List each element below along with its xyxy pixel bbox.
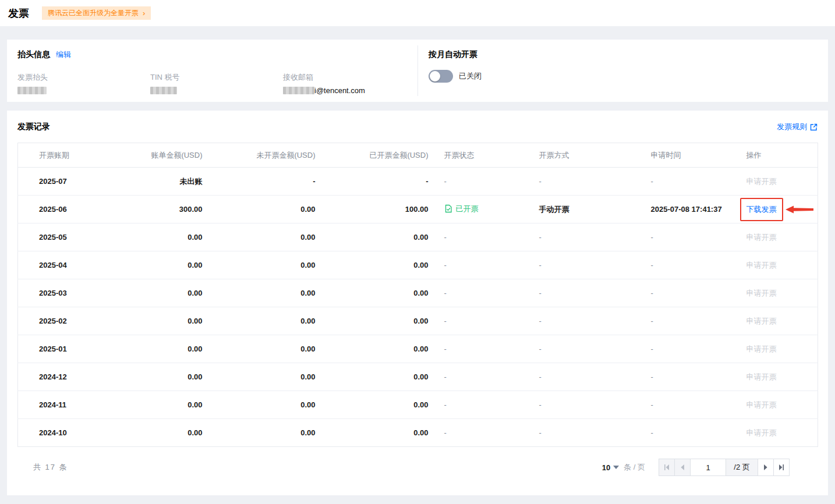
invoiced-amount-cell: 0.00 bbox=[316, 307, 429, 335]
table-row: 2025-040.000.000.00---申请开票 bbox=[18, 251, 818, 279]
invoiced-amount-cell: 0.00 bbox=[316, 335, 429, 363]
request-invoice-action-disabled: 申请开票 bbox=[746, 233, 777, 242]
request-invoice-action-disabled: 申请开票 bbox=[746, 345, 777, 353]
bill-amount-cell: 300.00 bbox=[111, 196, 203, 223]
table-row: 2025-010.000.000.00---申请开票 bbox=[18, 335, 818, 363]
action-cell: 申请开票 bbox=[731, 279, 818, 307]
period-cell: 2025-06 bbox=[18, 196, 111, 223]
current-page-input[interactable]: 1 bbox=[690, 459, 726, 476]
header-info-title: 抬头信息 bbox=[17, 49, 50, 60]
first-page-button bbox=[659, 459, 675, 476]
table-row: 2024-100.000.000.00---申请开票 bbox=[18, 419, 818, 447]
invoice-rules-link[interactable]: 发票规则 bbox=[777, 122, 818, 132]
action-cell: 申请开票 bbox=[731, 307, 818, 335]
auto-invoice-toggle[interactable] bbox=[429, 70, 453, 83]
request-invoice-action-disabled: 申请开票 bbox=[746, 289, 777, 297]
chevron-down-icon bbox=[613, 466, 619, 469]
prev-page-icon bbox=[680, 464, 685, 470]
method-cell: - bbox=[523, 363, 635, 391]
header-info-section: 抬头信息 编辑 发票抬头 TIN 税号 bbox=[7, 40, 418, 102]
method-cell: - bbox=[523, 391, 635, 419]
method-cell: - bbox=[523, 279, 635, 307]
email-field: 接收邮箱 i@tencent.com bbox=[283, 72, 416, 95]
apply-time-cell: - bbox=[635, 279, 731, 307]
invoiced-amount-cell: 0.00 bbox=[316, 363, 429, 391]
edit-link[interactable]: 编辑 bbox=[56, 49, 71, 60]
period-cell: 2025-02 bbox=[18, 307, 111, 335]
action-cell: 申请开票 bbox=[731, 363, 818, 391]
redacted-value bbox=[17, 87, 47, 94]
next-page-button[interactable] bbox=[758, 459, 774, 476]
action-cell: 申请开票 bbox=[731, 251, 818, 279]
apply-time-cell: - bbox=[635, 363, 731, 391]
request-invoice-action-disabled: 申请开票 bbox=[746, 372, 777, 381]
chevron-right-icon: › bbox=[143, 9, 145, 17]
download-invoice-link[interactable]: 下载发票 bbox=[746, 205, 777, 214]
request-invoice-action-disabled: 申请开票 bbox=[746, 428, 777, 437]
table-row: 2025-06300.000.00100.00已开票手动开票2025-07-08… bbox=[18, 196, 818, 223]
invoiced-amount-cell: 100.00 bbox=[316, 196, 429, 223]
page-header: 发票 腾讯云已全面升级为全量开票 › bbox=[0, 0, 835, 26]
request-invoice-action-disabled: 申请开票 bbox=[746, 177, 777, 186]
invoice-records-title: 发票记录 bbox=[17, 122, 50, 132]
status-cell: - bbox=[429, 391, 523, 419]
action-cell: 下载发票 bbox=[731, 196, 818, 223]
method-cell: - bbox=[523, 251, 635, 279]
column-header: 已开票金额(USD) bbox=[316, 143, 429, 168]
uninvoiced-amount-cell: 0.00 bbox=[203, 307, 316, 335]
column-header: 账单金额(USD) bbox=[111, 143, 203, 168]
request-invoice-action-disabled: 申请开票 bbox=[746, 317, 777, 325]
page-size-select[interactable]: 10 bbox=[602, 463, 619, 472]
apply-time-cell: - bbox=[635, 419, 731, 447]
status-cell: - bbox=[429, 279, 523, 307]
table-row: 2025-030.000.000.00---申请开票 bbox=[18, 279, 818, 307]
upgrade-banner-text: 腾讯云已全面升级为全量开票 bbox=[48, 8, 139, 18]
email-visible-suffix: i@tencent.com bbox=[314, 86, 365, 95]
status-cell: - bbox=[429, 307, 523, 335]
upgrade-banner[interactable]: 腾讯云已全面升级为全量开票 › bbox=[42, 6, 151, 20]
toggle-state-label: 已关闭 bbox=[459, 71, 482, 81]
action-cell: 申请开票 bbox=[731, 391, 818, 419]
action-cell: 申请开票 bbox=[731, 419, 818, 447]
field-label: TIN 税号 bbox=[150, 72, 283, 83]
table-row: 2024-110.000.000.00---申请开票 bbox=[18, 391, 818, 419]
invoice-table-body: 2025-07未出账-----申请开票2025-06300.000.00100.… bbox=[18, 168, 818, 447]
column-header: 开票方式 bbox=[523, 143, 635, 168]
uninvoiced-amount-cell: 0.00 bbox=[203, 391, 316, 419]
method-cell: - bbox=[523, 307, 635, 335]
bill-amount-cell: 0.00 bbox=[111, 391, 203, 419]
prev-page-button bbox=[674, 459, 691, 476]
bill-amount-cell: 0.00 bbox=[111, 251, 203, 279]
external-link-icon bbox=[810, 123, 818, 131]
column-header: 开票状态 bbox=[429, 143, 523, 168]
method-cell: - bbox=[523, 223, 635, 251]
status-issued-badge: 已开票 bbox=[444, 204, 479, 214]
toggle-knob bbox=[430, 71, 440, 81]
period-cell: 2025-07 bbox=[18, 168, 111, 196]
apply-time-cell: - bbox=[635, 223, 731, 251]
method-cell: - bbox=[523, 168, 635, 196]
status-cell: - bbox=[429, 419, 523, 447]
invoiced-amount-cell: - bbox=[316, 168, 429, 196]
last-page-button[interactable] bbox=[773, 459, 790, 476]
invoice-table: 开票账期账单金额(USD)未开票金额(USD)已开票金额(USD)开票状态开票方… bbox=[17, 143, 818, 447]
bill-amount-cell: 0.00 bbox=[111, 279, 203, 307]
page-content: 抬头信息 编辑 发票抬头 TIN 税号 bbox=[0, 26, 835, 495]
bill-amount-cell: 未出账 bbox=[111, 168, 203, 196]
apply-time-cell: - bbox=[635, 168, 731, 196]
status-cell: - bbox=[429, 168, 523, 196]
period-cell: 2024-10 bbox=[18, 419, 111, 447]
next-page-icon bbox=[763, 464, 768, 470]
bill-amount-cell: 0.00 bbox=[111, 363, 203, 391]
period-cell: 2025-04 bbox=[18, 251, 111, 279]
apply-time-cell: 2025-07-08 17:41:37 bbox=[635, 196, 731, 223]
period-cell: 2024-11 bbox=[18, 391, 111, 419]
action-cell: 申请开票 bbox=[731, 223, 818, 251]
auto-invoice-section: 按月自动开票 已关闭 bbox=[418, 40, 482, 102]
uninvoiced-amount-cell: 0.00 bbox=[203, 335, 316, 363]
invoiced-amount-cell: 0.00 bbox=[316, 279, 429, 307]
field-label: 接收邮箱 bbox=[283, 72, 416, 83]
method-cell: - bbox=[523, 335, 635, 363]
invoiced-amount-cell: 0.00 bbox=[316, 251, 429, 279]
request-invoice-action-disabled: 申请开票 bbox=[746, 400, 777, 409]
